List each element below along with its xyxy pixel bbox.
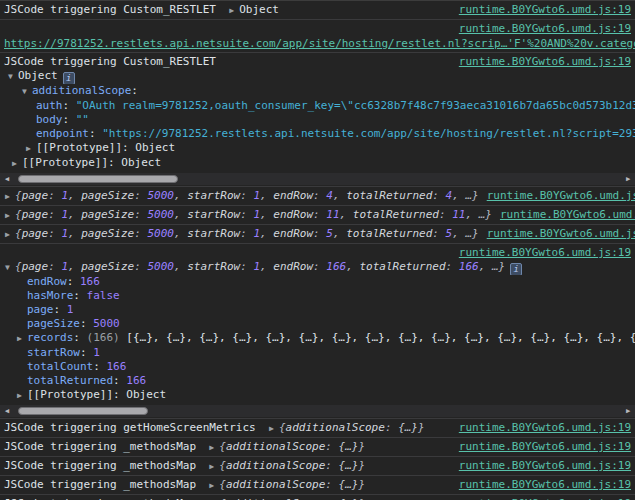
source-location-link[interactable]: runtime.B0YGwto6.umd.js:19 [459, 496, 631, 500]
preview-punct: : [240, 227, 253, 240]
log-text: JSCode triggering getHomeScreenMetrics [4, 420, 269, 435]
source-location-link[interactable]: runtime.B0YGwto6.umd.js:19 [500, 207, 635, 222]
triangle-collapsed-icon[interactable]: ▶ [229, 3, 239, 18]
source-location-link[interactable]: runtime.B0YGwto6.umd.js:19 [459, 2, 631, 17]
log-text: : [73, 331, 86, 345]
triangle-collapsed-icon[interactable]: ▶ [209, 440, 219, 455]
log-text: [[Prototype]]: Object [36, 141, 175, 155]
preview-punct: : [240, 208, 253, 221]
preview-punct: : [325, 440, 338, 453]
source-location-link[interactable]: runtime.B0YGwto6.umd.js:19 [459, 21, 631, 36]
console-entry: JSCode triggering Custom_RESTLETruntime.… [0, 53, 635, 187]
preview-number: 5000 [147, 208, 174, 221]
preview-punct: : [48, 227, 61, 240]
source-location-link[interactable]: runtime.B0YGwto6.umd.js:19 [487, 226, 635, 241]
preview-key: endRow [273, 189, 313, 202]
preview-punct: { [15, 227, 22, 240]
log-text: : [80, 346, 93, 360]
scroll-right-arrow-icon[interactable]: ▶ [621, 405, 635, 417]
property-key: endpoint [36, 127, 89, 141]
preview-punct: , …} [452, 189, 479, 202]
tree-row: pageSize: 5000 [0, 317, 635, 331]
preview-punct: , [260, 189, 273, 202]
triangle-collapsed-icon[interactable]: ▶ [209, 478, 219, 493]
tree-row: auth: "OAuth realm=9781252,oauth_consume… [0, 99, 635, 113]
scroll-right-arrow-icon[interactable]: ▶ [621, 173, 635, 185]
horizontal-scrollbar[interactable]: ◀▶ [0, 405, 635, 417]
scrollbar-thumb[interactable] [18, 407, 148, 415]
triangle-collapsed-icon[interactable]: ▶ [5, 208, 15, 223]
logged-url-link[interactable]: https://9781252.restlets.api.netsuite.co… [4, 36, 635, 51]
preview-key: endRow [273, 208, 313, 221]
log-text: JSCode triggering _methodsMap [4, 496, 209, 500]
source-location-link[interactable]: runtime.B0YGwto6.umd.js:19 [459, 54, 631, 69]
triangle-collapsed-icon[interactable]: ▶ [17, 389, 27, 403]
object-preview: {additionalScope: {…}} [219, 477, 365, 492]
log-text: : [63, 99, 76, 113]
preview-punct: { [219, 440, 226, 453]
console-entry: JSCode triggering Custom_RESTLET ▶Object… [0, 1, 635, 20]
console-message: JSCode triggering Custom_RESTLETruntime.… [0, 54, 635, 69]
preview-punct: : [240, 260, 253, 273]
preview-key: additionalScope [226, 440, 325, 453]
preview-key: page [22, 227, 49, 240]
triangle-expanded-icon[interactable]: ▼ [22, 85, 32, 99]
triangle-expanded-icon[interactable]: ▼ [5, 261, 15, 275]
triangle-collapsed-icon[interactable]: ▶ [26, 142, 36, 156]
console-entry: JSCode triggering _methodsMap ▶{addition… [0, 438, 635, 457]
source-location-link[interactable]: runtime.B0YGwto6.umd.js:19 [459, 458, 631, 473]
preview-key: additionalScope [286, 421, 385, 434]
console-message: runtime.B0YGwto6.umd.js:19 [0, 245, 635, 260]
preview-punct: , [174, 227, 187, 240]
triangle-expanded-icon[interactable]: ▼ [8, 70, 18, 84]
tree-row: ▶[[Prototype]]: Object [0, 156, 635, 171]
preview-number: 1 [61, 189, 68, 202]
log-text: JSCode triggering _methodsMap [4, 439, 209, 454]
console-message: https://9781252.restlets.api.netsuite.co… [0, 36, 635, 51]
preview-punct: , [260, 260, 273, 273]
preview-punct: : [240, 189, 253, 202]
preview-punct: , [340, 208, 353, 221]
preview-punct: } [358, 478, 365, 491]
number-value: 166 [106, 360, 126, 374]
preview-punct: , [346, 260, 359, 273]
log-text: : [73, 289, 86, 303]
console-message: ▶{page: 1, pageSize: 5000, startRow: 1, … [0, 188, 635, 204]
preview-number: 1 [61, 208, 68, 221]
console-message: JSCode triggering _methodsMap ▶{addition… [0, 458, 635, 474]
preview-punct: : [48, 260, 61, 273]
number-value: 166 [80, 275, 100, 289]
source-location-link[interactable]: runtime.B0YGwto6.umd.js:19 [459, 245, 631, 260]
preview-number: 5000 [147, 189, 174, 202]
scrollbar-thumb[interactable] [18, 175, 178, 183]
preview-punct: } [358, 459, 365, 472]
preview-punct: : [313, 208, 326, 221]
triangle-collapsed-icon[interactable]: ▶ [5, 227, 15, 242]
preview-punct: , …} [479, 260, 506, 273]
preview-number: 11 [452, 208, 465, 221]
property-key: records [27, 331, 73, 345]
triangle-collapsed-icon[interactable]: ▶ [269, 421, 279, 436]
preview-number: 5000 [147, 260, 174, 273]
source-location-link[interactable]: runtime.B0YGwto6.umd.js:19 [459, 420, 631, 435]
source-location-link[interactable]: runtime.B0YGwto6.umd.js:19 [459, 439, 631, 454]
console-entry: ▶{page: 1, pageSize: 5000, startRow: 1, … [0, 225, 635, 244]
log-text: Object [18, 69, 58, 83]
scroll-left-arrow-icon[interactable]: ◀ [0, 405, 14, 417]
preview-punct: { [15, 260, 22, 273]
preview-key: startRow [187, 260, 240, 273]
triangle-collapsed-icon[interactable]: ▶ [209, 459, 219, 474]
preview-object: {…} [398, 421, 418, 434]
preview-object: {…} [339, 459, 359, 472]
console-message: ▶{page: 1, pageSize: 5000, startRow: 1, … [0, 207, 635, 223]
preview-number: 5000 [147, 227, 174, 240]
source-location-link[interactable]: runtime.B0YGwto6.umd.js:19 [487, 188, 635, 203]
triangle-collapsed-icon[interactable]: ▶ [12, 157, 22, 171]
scroll-left-arrow-icon[interactable]: ◀ [0, 173, 14, 185]
triangle-collapsed-icon[interactable]: ▶ [17, 332, 27, 346]
horizontal-scrollbar[interactable]: ◀▶ [0, 173, 635, 185]
property-key: hasMore [27, 289, 73, 303]
preview-punct: { [279, 421, 286, 434]
source-location-link[interactable]: runtime.B0YGwto6.umd.js:19 [459, 477, 631, 492]
triangle-collapsed-icon[interactable]: ▶ [5, 189, 15, 204]
